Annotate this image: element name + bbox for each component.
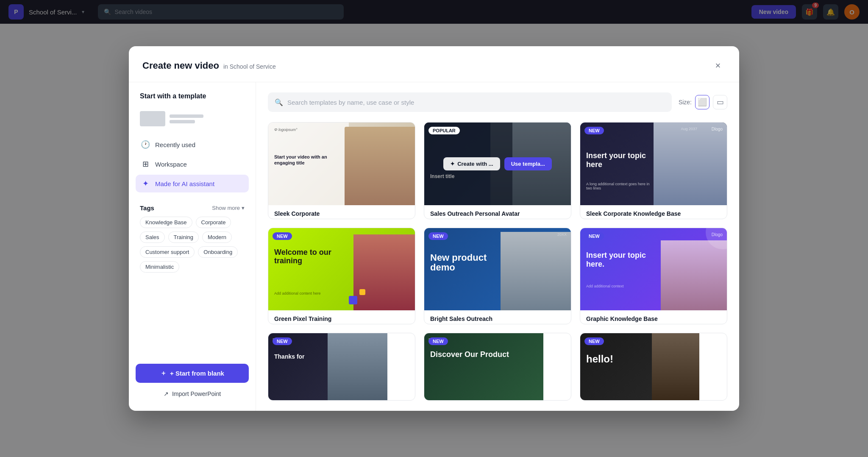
template-image-b3: hello! NEW [580,333,699,400]
clock-icon: 🕐 [141,140,150,149]
search-templates-icon: 🔍 [275,98,283,106]
template-image-sales: Insert title POPULAR ✦ Create with ... U… [424,123,571,205]
import-powerpoint-button[interactable]: ↗ Import PowerPoint [136,387,249,401]
sidebar-item-workspace-label: Workspace [155,161,187,168]
card-image-wrap-4: Welcome to our training Add additional c… [268,228,415,311]
card-image-wrap-5: New product demo 20XX NEW [424,228,571,311]
new-badge-6: NEW [584,232,604,240]
plus-icon: ＋ [160,369,167,377]
preview-lines [170,114,203,123]
template-search-row: 🔍 Size: ⬜ ▭ [268,92,727,112]
discover-text: Discover Our Product [430,350,509,359]
tag-onboarding[interactable]: Onboarding [198,246,238,258]
card-image-wrap-7: Dlogo Thanks for NEW [268,333,387,400]
card-image-wrap-6: Dlogo Insert your topic here. Add additi… [580,228,727,311]
chevron-down-icon: ▾ [242,205,245,211]
tags-list: Knowledge Base Corporate Sales Training … [140,217,245,273]
template-image-b1: Dlogo Thanks for NEW [268,333,387,400]
thanks-text: Thanks for [274,353,305,360]
start-blank-label: + Start from blank [170,370,224,377]
ai-sparkle-icon: ✦ [450,161,455,167]
template-card-sleek-corporate[interactable]: Φ logoipsum° Start your video with an en… [268,122,415,219]
start-from-blank-button[interactable]: ＋ + Start from blank [136,364,249,383]
template-image-b2: Dlogo Discover Our Product NEW [424,333,543,400]
show-more-label: Show more [212,205,240,211]
use-template-label: Use templa... [511,161,545,167]
sidebar-bottom-actions: ＋ + Start from blank ↗ Import PowerPoint [136,355,249,401]
tag-training[interactable]: Training [168,231,199,243]
new-badge-4: NEW [273,232,292,240]
sidebar-item-recently-used[interactable]: 🕐 Recently used [136,136,249,153]
import-label: Import PowerPoint [172,390,221,397]
card-image-wrap-8: Dlogo Discover Our Product NEW [424,333,543,400]
tag-knowledge-base[interactable]: Knowledge Base [140,217,192,228]
size-portrait-button[interactable]: ▭ [713,95,727,109]
template-preview-thumb [136,107,249,131]
card-image-wrap: Φ logoipsum° Start your video with an en… [268,123,415,205]
template-card-green-training[interactable]: Welcome to our training Add additional c… [268,228,415,325]
template-sidebar: Start with a template 🕐 Recently used ⊞ [129,82,256,411]
tag-customer-support[interactable]: Customer support [140,246,195,258]
tag-corporate[interactable]: Corporate [196,217,231,228]
size-label: Size: [679,99,692,106]
tags-section: Tags Show more ▾ Knowledge Base Corporat… [136,198,249,276]
modal-title-group: Create new video in School of Service [142,60,276,71]
modal-body: Start with a template 🕐 Recently used ⊞ [129,82,739,411]
preview-line-1 [170,114,203,118]
template-label-green-training: Green Pixel Training [268,310,415,324]
hello-text: hello! [586,353,613,365]
import-icon: ↗ [164,390,169,397]
template-card-bottom-2[interactable]: Dlogo Discover Our Product NEW [424,333,571,401]
popular-badge: POPULAR [428,127,460,134]
template-label-knowledge-base: Sleek Corporate Knowledge Base [580,205,727,219]
sidebar-item-workspace[interactable]: ⊞ Workspace [136,155,249,173]
template-card-bottom-1[interactable]: Dlogo Thanks for NEW [268,333,415,401]
template-label-sleek-corporate: Sleek Corporate [268,205,415,219]
tags-header: Tags Show more ▾ [140,204,245,212]
new-badge-3: NEW [584,127,604,134]
template-label-graphic-kb: Graphic Knowledge Base [580,310,727,324]
modal-header: Create new video in School of Service × [129,46,739,82]
templates-grid: Φ logoipsum° Start your video with an en… [268,122,727,401]
template-card-sales-outreach[interactable]: Insert title POPULAR ✦ Create with ... U… [424,122,571,219]
tag-minimalistic[interactable]: Minimalistic [140,261,179,273]
new-badge-5: NEW [428,232,448,240]
modal-close-button[interactable]: × [710,58,726,73]
preview-line-2 [170,120,195,123]
template-card-knowledge-base[interactable]: Dlogo Aug 2037 Insert your topic here A … [580,122,727,219]
tag-modern[interactable]: Modern [202,231,232,243]
template-label-bright-sales: Bright Sales Outreach [424,310,571,324]
create-with-button[interactable]: ✦ Create with ... [443,157,500,170]
modal-subtitle: in School of Service [223,63,276,70]
sidebar-item-ai-assistant[interactable]: ✦ Made for AI assistant [136,175,249,192]
card-image-wrap-9: hello! NEW [580,333,699,400]
person-bg-7 [328,333,387,400]
sidebar-heading: Start with a template [136,92,249,100]
card-image-wrap-2: Insert title POPULAR ✦ Create with ... U… [424,123,571,205]
template-card-graphic-kb[interactable]: Dlogo Insert your topic here. Add additi… [580,228,727,325]
template-label-sales-outreach: Sales Outreach Personal Avatar [424,205,571,219]
modal-title: Create new video [142,60,219,71]
new-badge-9: NEW [584,337,604,345]
size-controls: Size: ⬜ ▭ [679,95,727,109]
person-bg-9 [652,333,699,400]
sidebar-item-ai-label: Made for AI assistant [155,180,214,187]
create-video-modal: Create new video in School of Service × … [129,46,739,411]
template-card-bright-sales[interactable]: New product demo 20XX NEW Bright Sales O… [424,228,571,325]
template-search-container[interactable]: 🔍 [268,92,672,112]
size-landscape-button[interactable]: ⬜ [695,95,709,109]
template-search-input[interactable] [287,99,665,106]
preview-thumbnail [140,111,165,126]
create-with-label: Create with ... [457,161,493,167]
sidebar-item-recently-used-label: Recently used [155,141,195,148]
show-more-tags-button[interactable]: Show more ▾ [212,205,245,211]
new-badge-8: NEW [428,337,448,345]
modal-overlay: Create new video in School of Service × … [0,0,868,457]
use-template-button[interactable]: Use templa... [504,157,552,170]
new-badge-7: NEW [273,337,292,345]
ai-icon: ✦ [141,179,150,188]
card-action-overlay: ✦ Create with ... Use templa... [424,123,571,205]
tag-sales[interactable]: Sales [140,231,165,243]
tags-title: Tags [140,204,154,212]
template-card-bottom-3[interactable]: hello! NEW [580,333,727,401]
